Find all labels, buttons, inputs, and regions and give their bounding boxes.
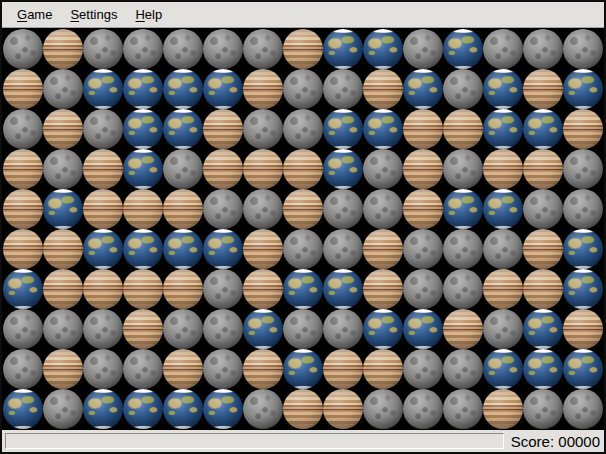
ball-earth[interactable] xyxy=(283,349,323,389)
menu-settings[interactable]: Settings xyxy=(61,4,126,25)
ball-jupiter[interactable] xyxy=(243,69,283,109)
ball-jupiter[interactable] xyxy=(163,349,203,389)
ball-moon[interactable] xyxy=(83,109,123,149)
ball-moon[interactable] xyxy=(203,309,243,349)
ball-earth[interactable] xyxy=(123,229,163,269)
ball-earth[interactable] xyxy=(363,29,403,69)
ball-earth[interactable] xyxy=(323,29,363,69)
ball-jupiter[interactable] xyxy=(243,269,283,309)
ball-moon[interactable] xyxy=(83,29,123,69)
ball-moon[interactable] xyxy=(3,29,43,69)
ball-jupiter[interactable] xyxy=(83,269,123,309)
ball-moon[interactable] xyxy=(163,149,203,189)
ball-moon[interactable] xyxy=(243,389,283,429)
ball-moon[interactable] xyxy=(363,389,403,429)
ball-moon[interactable] xyxy=(483,229,523,269)
ball-jupiter[interactable] xyxy=(403,149,443,189)
ball-earth[interactable] xyxy=(123,149,163,189)
ball-moon[interactable] xyxy=(323,189,363,229)
ball-moon[interactable] xyxy=(443,349,483,389)
ball-jupiter[interactable] xyxy=(563,109,603,149)
ball-jupiter[interactable] xyxy=(523,69,563,109)
ball-moon[interactable] xyxy=(283,109,323,149)
ball-moon[interactable] xyxy=(523,189,563,229)
ball-earth[interactable] xyxy=(243,309,283,349)
ball-moon[interactable] xyxy=(443,149,483,189)
ball-jupiter[interactable] xyxy=(483,389,523,429)
ball-jupiter[interactable] xyxy=(123,269,163,309)
ball-earth[interactable] xyxy=(523,349,563,389)
ball-moon[interactable] xyxy=(523,29,563,69)
ball-earth[interactable] xyxy=(403,309,443,349)
ball-moon[interactable] xyxy=(3,109,43,149)
ball-moon[interactable] xyxy=(563,29,603,69)
ball-earth[interactable] xyxy=(483,189,523,229)
ball-jupiter[interactable] xyxy=(403,109,443,149)
ball-earth[interactable] xyxy=(163,109,203,149)
ball-earth[interactable] xyxy=(443,189,483,229)
ball-moon[interactable] xyxy=(203,189,243,229)
ball-jupiter[interactable] xyxy=(83,189,123,229)
ball-jupiter[interactable] xyxy=(363,69,403,109)
ball-moon[interactable] xyxy=(483,309,523,349)
ball-earth[interactable] xyxy=(563,69,603,109)
ball-jupiter[interactable] xyxy=(43,229,83,269)
ball-moon[interactable] xyxy=(363,189,403,229)
ball-earth[interactable] xyxy=(563,269,603,309)
ball-moon[interactable] xyxy=(443,69,483,109)
ball-earth[interactable] xyxy=(83,229,123,269)
ball-moon[interactable] xyxy=(563,189,603,229)
ball-jupiter[interactable] xyxy=(523,149,563,189)
ball-jupiter[interactable] xyxy=(123,189,163,229)
ball-jupiter[interactable] xyxy=(443,109,483,149)
ball-earth[interactable] xyxy=(323,109,363,149)
ball-earth[interactable] xyxy=(3,269,43,309)
ball-moon[interactable] xyxy=(563,149,603,189)
ball-jupiter[interactable] xyxy=(523,229,563,269)
ball-moon[interactable] xyxy=(563,389,603,429)
ball-jupiter[interactable] xyxy=(3,229,43,269)
ball-earth[interactable] xyxy=(203,229,243,269)
ball-earth[interactable] xyxy=(323,269,363,309)
ball-earth[interactable] xyxy=(563,229,603,269)
ball-earth[interactable] xyxy=(323,149,363,189)
ball-jupiter[interactable] xyxy=(243,229,283,269)
ball-earth[interactable] xyxy=(203,69,243,109)
ball-moon[interactable] xyxy=(443,269,483,309)
ball-jupiter[interactable] xyxy=(163,269,203,309)
ball-jupiter[interactable] xyxy=(283,149,323,189)
ball-jupiter[interactable] xyxy=(43,29,83,69)
ball-earth[interactable] xyxy=(43,189,83,229)
ball-moon[interactable] xyxy=(43,69,83,109)
ball-moon[interactable] xyxy=(403,229,443,269)
ball-earth[interactable] xyxy=(283,269,323,309)
ball-jupiter[interactable] xyxy=(443,309,483,349)
ball-earth[interactable] xyxy=(483,109,523,149)
ball-jupiter[interactable] xyxy=(323,389,363,429)
ball-jupiter[interactable] xyxy=(3,69,43,109)
ball-earth[interactable] xyxy=(123,69,163,109)
ball-earth[interactable] xyxy=(123,389,163,429)
ball-moon[interactable] xyxy=(403,349,443,389)
ball-earth[interactable] xyxy=(83,389,123,429)
ball-moon[interactable] xyxy=(43,149,83,189)
ball-moon[interactable] xyxy=(283,309,323,349)
ball-moon[interactable] xyxy=(3,309,43,349)
ball-jupiter[interactable] xyxy=(243,149,283,189)
ball-jupiter[interactable] xyxy=(363,269,403,309)
ball-moon[interactable] xyxy=(43,389,83,429)
ball-earth[interactable] xyxy=(403,69,443,109)
ball-earth[interactable] xyxy=(483,69,523,109)
ball-moon[interactable] xyxy=(3,349,43,389)
ball-jupiter[interactable] xyxy=(43,109,83,149)
ball-moon[interactable] xyxy=(403,389,443,429)
ball-earth[interactable] xyxy=(163,389,203,429)
ball-jupiter[interactable] xyxy=(323,349,363,389)
ball-jupiter[interactable] xyxy=(363,349,403,389)
ball-moon[interactable] xyxy=(243,189,283,229)
menu-game[interactable]: Game xyxy=(8,4,61,25)
ball-moon[interactable] xyxy=(323,309,363,349)
ball-jupiter[interactable] xyxy=(43,269,83,309)
ball-earth[interactable] xyxy=(163,69,203,109)
ball-moon[interactable] xyxy=(163,309,203,349)
